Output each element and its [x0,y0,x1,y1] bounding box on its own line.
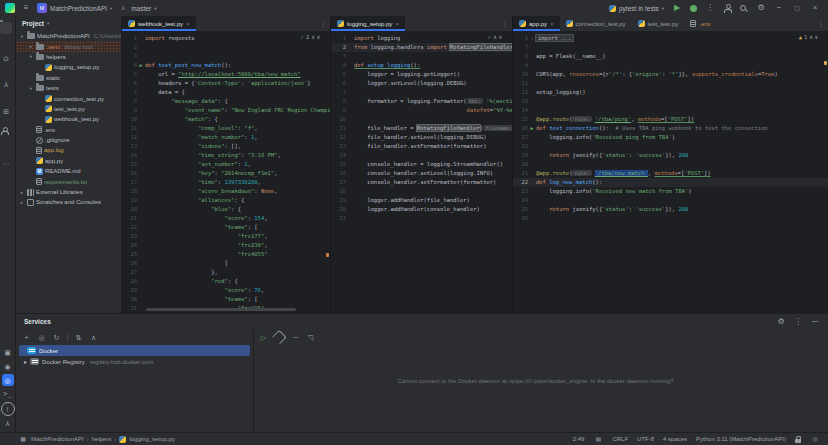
project-tree-item[interactable]: app.py [16,156,121,166]
add-service-icon[interactable]: + [22,333,31,342]
code-line[interactable]: 8 formatter = logging.Formatter(fmt: '%(… [331,97,512,106]
chevron-icon[interactable]: ▾ [28,86,34,91]
code-line[interactable]: 21@app.route(rule: '/tba/new_match', met… [513,169,828,178]
file-encoding[interactable]: UTF-8 [637,436,654,442]
code-line[interactable]: 18 "score_breakdown": None, [122,187,330,196]
project-tree-item[interactable]: webhook_test.py [16,114,121,124]
chevron-icon[interactable]: ▾ [28,54,34,59]
code-line[interactable]: 9 [513,61,828,70]
run-gutter-icon[interactable]: ▶ [528,124,536,133]
code-line[interactable]: 11 [513,79,828,88]
inspections-widget[interactable]: ✓∧∨ [488,33,502,42]
close-tab-icon[interactable]: × [550,21,554,27]
code-line[interactable]: 15@app.route(rule: '/tba/ping', methods=… [513,115,828,124]
code-line[interactable]: 20 [513,160,828,169]
code-line[interactable]: 19 return jsonify({'status': 'success'})… [513,151,828,160]
project-tree-item[interactable]: logging_setup.py [16,62,121,72]
prev-problem-icon[interactable]: ∧ [809,33,812,42]
more-icon[interactable]: ⋮ [793,317,803,327]
readonly-lock-icon[interactable] [795,439,801,443]
python-interpreter[interactable]: Python 3.11 (MatchPredictionAPI) [696,436,786,442]
settings-icon[interactable]: ⚙ [756,3,766,13]
code-line[interactable]: 15 "set_number": 1, [122,160,330,169]
code-line[interactable]: 15 console_handler = logging.StreamHandl… [331,160,512,169]
code-line[interactable]: 7 data = { [122,88,330,97]
indent-style[interactable]: 4 spaces [663,436,687,442]
editor-tab[interactable]: .env [684,16,716,31]
project-tree-item[interactable]: connection_test.py [16,93,121,103]
code-line[interactable]: 11 "comp_level": "f", [122,124,330,133]
editor-tab[interactable]: test_test.py [632,16,685,31]
code-line[interactable]: 20 logger.addHandler(console_handler) [331,205,512,214]
project-tree-item[interactable]: requirements.txt [16,176,121,186]
hide-panel-icon[interactable]: ─ [810,317,820,327]
code-line[interactable]: 9 datefmt="%Y-%m-%d %H:%M:%S") [331,106,512,115]
terminal-icon[interactable]: >_ [2,388,14,400]
code-line[interactable]: 16 "key": "2014necmp_f1m1", [122,169,330,178]
code-line[interactable]: 18 [331,187,512,196]
run-gutter-icon[interactable]: ▶ [137,61,145,70]
code-line[interactable]: 17 console_handler.setFormatter(formatte… [331,178,512,187]
close-tab-icon[interactable]: × [186,21,190,27]
code-line[interactable]: 6 logger.setLevel(logging.DEBUG) [331,79,512,88]
code-line[interactable]: 25 "frc4055" [122,250,330,259]
code-line[interactable]: 29 "score": 78, [122,286,330,295]
project-tree-item[interactable]: ▸External Libraries [16,187,121,197]
project-tree-item[interactable]: ▾MatchPredictionAPIC:\Users\s [16,31,121,41]
search-icon[interactable] [739,4,748,13]
project-tree-item[interactable]: .gitignore [16,135,121,145]
project-tree-item[interactable]: README.md [16,166,121,176]
more-actions-icon[interactable]: ⋮ [705,3,715,13]
project-tree-item[interactable]: ▸.venvlibrary root [16,41,121,51]
commit-icon[interactable]: ⊙ [0,53,12,65]
code-line[interactable]: 1import logging [331,34,512,43]
code-line[interactable]: 10 [331,115,512,124]
more-tools-icon[interactable]: ⋯ [0,157,12,169]
code-line[interactable]: 2from logging.handlers import RotatingFi… [331,43,512,52]
chevron-icon[interactable]: ▾ [19,34,25,39]
python-console-icon[interactable]: ▣ [2,346,14,358]
code-line[interactable]: 22def log_new_match(): [513,178,828,187]
pull-requests-icon[interactable]: Y [0,79,12,91]
expand-icon[interactable]: ◹ [306,333,315,342]
tab-options-icon[interactable]: ⋮ [818,16,828,31]
code-line[interactable]: 25 return jsonify({'status': 'success'})… [513,205,828,214]
settings-icon[interactable]: ⚙ [776,317,786,327]
code-line[interactable]: 7 [331,88,512,97]
code-line[interactable]: 5 logger = logging.getLogger() [331,70,512,79]
prev-problem-icon[interactable]: ∧ [493,33,496,42]
editor-content[interactable]: 1import requests234▶def test_post_new_ma… [122,31,330,313]
collapse-all-icon[interactable]: ∧ [89,333,98,342]
code-line[interactable]: 8app = Flask(__name__) [513,52,828,61]
editor-tab[interactable]: logging_setup.py× [331,16,405,31]
code-line[interactable]: 14 [513,106,828,115]
misc-status-icon[interactable]: ▤ [593,434,603,444]
line-separator[interactable]: CRLF [612,436,628,442]
code-line[interactable]: 6 headers = {'Content-Type': 'applicatio… [122,79,330,88]
chevron-icon[interactable]: ▸ [24,358,27,365]
project-widget[interactable]: M MatchPredictionAPI ▾ [37,3,112,13]
maximize-icon[interactable]: ▢ [792,3,802,13]
tab-options-icon[interactable]: ⋮ [502,16,512,31]
refresh-icon[interactable]: ↻ [52,333,61,342]
breadcrumb-item[interactable]: logging_setup.py [129,436,174,442]
code-line[interactable]: 4def setup_logging(): [331,61,512,70]
project-tree-item[interactable]: ▸Scratches and Consoles [16,197,121,207]
next-problem-icon[interactable]: ∨ [815,33,818,42]
attach-icon[interactable] [272,330,287,345]
code-line[interactable]: 27 }, [122,268,330,277]
code-line[interactable]: 21 [331,214,512,223]
breadcrumb-item[interactable]: MatchPredictionAPI [31,436,84,442]
code-line[interactable]: 12 file_handler.setLevel(logging.DEBUG) [331,133,512,142]
code-line[interactable]: 14 "time_string": "3:18 PM", [122,151,330,160]
code-line[interactable]: 26 ] [122,259,330,268]
code-line[interactable]: 16▶def test_connection(): # Uses TBA pin… [513,124,828,133]
hide-icon[interactable]: ─ [291,333,300,342]
code-line[interactable]: 3 [122,52,330,61]
code-line[interactable]: 10 "match": { [122,115,330,124]
profile-stripe-icon[interactable] [0,127,12,139]
project-tree-item[interactable]: app.log [16,145,121,155]
code-line[interactable]: 3 [331,52,512,61]
code-line[interactable]: 16 console_handler.setLevel(logging.INFO… [331,169,512,178]
minimize-icon[interactable]: − [774,3,784,13]
